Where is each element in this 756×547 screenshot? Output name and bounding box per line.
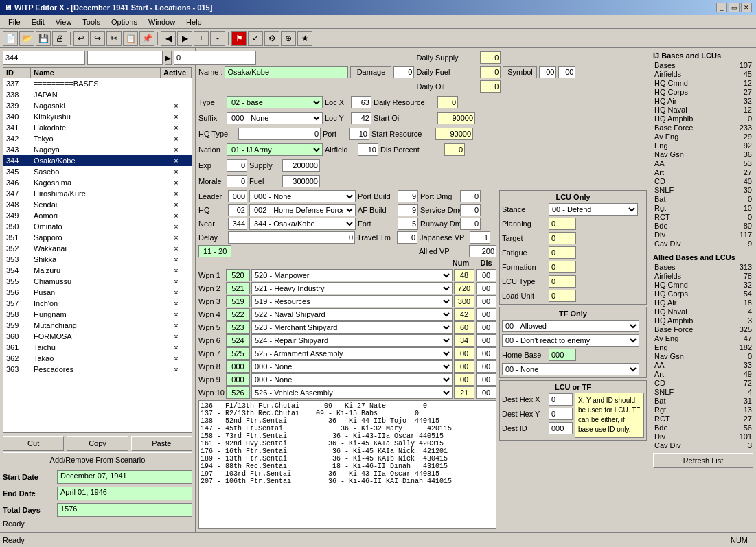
wpn-num-input[interactable]: [226, 269, 250, 281]
list-item[interactable]: 356 Pusan ×: [3, 287, 192, 298]
open-button[interactable]: 📂: [19, 31, 34, 46]
symbol-button[interactable]: Symbol: [503, 66, 537, 78]
wpn-dis[interactable]: [476, 334, 496, 347]
name-input[interactable]: [225, 66, 348, 78]
list-item[interactable]: 351 Sapporo ×: [3, 232, 192, 243]
wpn-select[interactable]: 523 - Merchant Shipyard: [251, 321, 453, 334]
suffix-select[interactable]: 000 - None: [227, 112, 323, 124]
new-button[interactable]: 📄: [3, 31, 18, 46]
wpn-select[interactable]: 522 - Naval Shipyard: [251, 308, 453, 321]
undo-button[interactable]: ↩: [73, 31, 89, 46]
near-num-input[interactable]: [228, 218, 247, 230]
list-item[interactable]: 350 Ominato ×: [3, 221, 192, 232]
list-item[interactable]: 342 Tokyo ×: [3, 133, 192, 144]
morale-input[interactable]: [227, 175, 247, 187]
menu-edit[interactable]: Edit: [26, 17, 50, 27]
type-select[interactable]: 02 - base: [227, 96, 323, 108]
wpn-num-input[interactable]: [226, 360, 250, 373]
port-input[interactable]: [349, 128, 369, 140]
redo-button[interactable]: ↪: [90, 31, 105, 46]
wpn-qty[interactable]: [454, 295, 474, 307]
port-build-input[interactable]: [398, 190, 418, 202]
wpn-select[interactable]: 000 - None: [251, 373, 453, 386]
start-resource-input[interactable]: [435, 128, 473, 140]
list-item[interactable]: 358 Hungnam ×: [3, 309, 192, 320]
star-button[interactable]: ★: [297, 31, 312, 46]
wpn-select[interactable]: 526 - Vehicle Assembly: [251, 386, 453, 399]
exp-input[interactable]: [227, 159, 247, 172]
wpn-dis[interactable]: [476, 386, 496, 399]
wpn-dis[interactable]: [476, 269, 496, 281]
fatigue-input[interactable]: [549, 246, 576, 259]
list-item[interactable]: 363 Pescadores ×: [3, 364, 192, 375]
copy-toolbar[interactable]: 📋: [123, 31, 138, 46]
fuel-input[interactable]: [282, 175, 320, 187]
list-item[interactable]: 345 Sasebo ×: [3, 166, 192, 177]
list-item[interactable]: 360 FORMOSA ×: [3, 331, 192, 342]
wpn-qty[interactable]: [454, 386, 474, 399]
list-item[interactable]: 338 JAPAN: [3, 89, 192, 100]
retirement-select[interactable]: 00 - Allowed: [502, 320, 639, 332]
daily-oil-input[interactable]: [480, 80, 501, 93]
menu-file[interactable]: File: [3, 17, 26, 27]
wpn-num-input[interactable]: [226, 282, 250, 294]
cut-toolbar[interactable]: ✂: [106, 31, 122, 46]
search-text[interactable]: [87, 51, 163, 65]
list-item[interactable]: 344 Osaka/Kobe ×: [3, 155, 192, 166]
nation-select[interactable]: 01 - IJ Army: [227, 143, 323, 156]
formation-input[interactable]: [549, 261, 576, 273]
wpn-qty[interactable]: [454, 282, 474, 294]
home-base-input[interactable]: [549, 349, 576, 361]
copy-button[interactable]: Copy: [67, 436, 128, 451]
search-arrow[interactable]: ▶: [165, 51, 172, 65]
dest-hex-x-input[interactable]: [549, 393, 573, 406]
wpn-dis[interactable]: [476, 295, 496, 307]
restore-button[interactable]: ▭: [729, 3, 740, 12]
menu-view[interactable]: View: [50, 17, 78, 27]
wpn-num-input[interactable]: [226, 386, 250, 399]
wpn-qty[interactable]: [454, 360, 474, 373]
wpn-select[interactable]: 521 - Heavy Industry: [251, 282, 453, 294]
save-button[interactable]: 💾: [36, 31, 51, 46]
mission-select[interactable]: 00 - None: [502, 363, 639, 375]
menu-help[interactable]: Help: [181, 17, 207, 27]
list-body[interactable]: 337 =========BASES 338 JAPAN 339 Nagasak…: [3, 78, 192, 433]
list-item[interactable]: 359 Mutanchiang ×: [3, 320, 192, 331]
delay-input[interactable]: [228, 231, 355, 244]
travel-tm-input[interactable]: [397, 231, 417, 244]
leader-select[interactable]: 000 - None: [249, 190, 356, 202]
wpn-select[interactable]: 000 - None: [251, 360, 453, 373]
dest-id-input[interactable]: [549, 422, 573, 434]
menu-tools[interactable]: Tools: [77, 17, 106, 27]
dest-hex-y-input[interactable]: [549, 408, 573, 420]
list-item[interactable]: 352 Wakkanai ×: [3, 243, 192, 254]
daily-fuel-input[interactable]: [480, 66, 501, 78]
locx-input[interactable]: [351, 96, 371, 108]
hqtype-input[interactable]: [238, 128, 321, 140]
list-item[interactable]: 361 Taichu ×: [3, 342, 192, 353]
af-build-input[interactable]: [398, 204, 418, 216]
refresh-list-button[interactable]: Refresh List: [653, 453, 753, 468]
menu-options[interactable]: Options: [106, 17, 143, 27]
dis-percent-input[interactable]: [444, 143, 465, 156]
nav-prev[interactable]: ◀: [161, 31, 176, 46]
wpn-dis[interactable]: [476, 360, 496, 373]
hq-num-input[interactable]: [228, 204, 247, 216]
list-item[interactable]: 337 =========BASES: [3, 78, 192, 89]
list-item[interactable]: 346 Kagoshima ×: [3, 177, 192, 188]
wpn-qty[interactable]: [454, 373, 474, 386]
wpn-qty[interactable]: [454, 334, 474, 347]
wpn-qty[interactable]: [454, 347, 474, 360]
paste-button[interactable]: Paste: [131, 436, 192, 451]
wpn-num-input[interactable]: [226, 373, 250, 386]
nav-add[interactable]: +: [194, 31, 209, 46]
list-item[interactable]: 340 Kitakyushu ×: [3, 111, 192, 122]
cut-button[interactable]: Cut: [3, 436, 64, 451]
reaction-select[interactable]: 00 - Don't react to enemy: [502, 334, 639, 347]
minimize-button[interactable]: _: [716, 3, 727, 12]
list-item[interactable]: 339 Nagasaki ×: [3, 100, 192, 111]
check-button[interactable]: ✓: [248, 31, 263, 46]
wpn-select[interactable]: 524 - Repair Shipyard: [251, 334, 453, 347]
wpn-num-input[interactable]: [226, 321, 250, 334]
airfield-input[interactable]: [358, 143, 378, 156]
